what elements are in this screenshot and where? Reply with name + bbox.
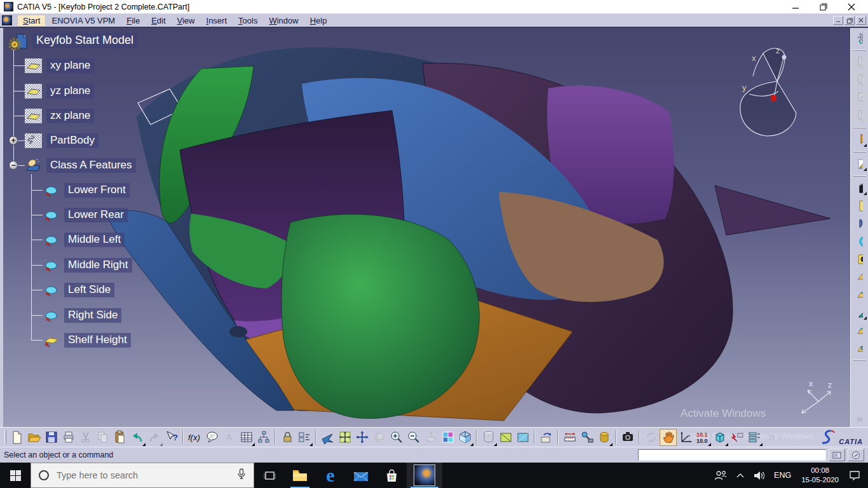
file-explorer-button[interactable] bbox=[285, 463, 315, 488]
close-button[interactable] bbox=[837, 1, 865, 13]
restore-button[interactable] bbox=[810, 1, 837, 13]
taskbar-search[interactable] bbox=[31, 463, 254, 488]
fly-mode-button[interactable] bbox=[319, 429, 336, 446]
tree-item-label[interactable]: xy plane bbox=[46, 58, 94, 73]
split-halves-icon[interactable] bbox=[852, 216, 867, 231]
axis-system-button[interactable] bbox=[677, 429, 694, 446]
tree-item-label[interactable]: Middle Right bbox=[64, 258, 132, 273]
sweep-surface-icon[interactable] bbox=[852, 323, 867, 338]
toolbar-grip[interactable] bbox=[853, 175, 866, 177]
fill-triangle-icon[interactable] bbox=[852, 305, 867, 320]
tree-item-label[interactable]: PartBody bbox=[46, 133, 98, 148]
toolbar-grip[interactable] bbox=[853, 127, 866, 128]
blend-surface-icon[interactable] bbox=[852, 341, 867, 356]
collapse-minus-icon[interactable]: − bbox=[9, 161, 18, 170]
tree-item-label[interactable]: Shelf Height bbox=[64, 333, 131, 348]
start-button[interactable] bbox=[0, 463, 31, 488]
product-structure-button[interactable] bbox=[255, 429, 272, 446]
tree-item-middle-right[interactable]: Middle Right bbox=[43, 255, 132, 274]
pan-button[interactable] bbox=[353, 429, 370, 446]
tree-item-xy-plane[interactable]: xy plane bbox=[25, 56, 94, 75]
print-button[interactable] bbox=[60, 429, 77, 446]
toolbar-grip[interactable] bbox=[853, 151, 866, 152]
pad-icon[interactable] bbox=[852, 180, 867, 196]
comment-button[interactable] bbox=[203, 429, 220, 446]
display-list-button[interactable] bbox=[745, 429, 763, 446]
yellow-sheet-icon[interactable] bbox=[852, 198, 867, 214]
design-table-button[interactable] bbox=[238, 429, 255, 446]
toolbar-grip[interactable] bbox=[853, 50, 866, 51]
measure-item-button[interactable] bbox=[578, 429, 595, 446]
keyfob-model[interactable] bbox=[106, 47, 831, 421]
menu-tools[interactable]: Tools bbox=[233, 15, 263, 27]
tree-item-label[interactable]: Lower Rear bbox=[64, 208, 128, 222]
tree-item-label[interactable]: Keyfob Start Model bbox=[32, 33, 137, 48]
toolbar-scroll-more-icon[interactable] bbox=[857, 413, 863, 424]
open-button[interactable] bbox=[25, 429, 43, 446]
enovia-doc-icon-1[interactable] bbox=[852, 55, 867, 70]
menu-edit[interactable]: Edit bbox=[146, 15, 171, 27]
workbench-gear-icon[interactable] bbox=[852, 30, 867, 46]
tree-item-label[interactable]: yz plane bbox=[46, 84, 94, 98]
surface-icon-1[interactable] bbox=[852, 269, 867, 285]
select-arrow-icon[interactable] bbox=[852, 132, 867, 147]
chevron-up-icon[interactable] bbox=[731, 463, 749, 488]
shading-material-button[interactable] bbox=[514, 429, 531, 446]
expand-plus-icon[interactable]: + bbox=[9, 136, 18, 145]
doc-restore-button[interactable] bbox=[844, 16, 855, 25]
render-style-button[interactable] bbox=[480, 429, 497, 446]
tree-item-partbody[interactable]: + PartBody bbox=[25, 131, 98, 150]
sketcher-icon[interactable] bbox=[852, 156, 867, 172]
task-view-button[interactable] bbox=[254, 463, 285, 488]
tree-item-zx-plane[interactable]: zx plane bbox=[25, 106, 94, 125]
context-help-button[interactable]: ? bbox=[163, 429, 180, 446]
tree-item-shelf-height[interactable]: Shelf Height bbox=[43, 330, 131, 349]
menu-enovia[interactable]: ENOVIA V5 VPM bbox=[46, 15, 121, 27]
paste-button[interactable] bbox=[111, 429, 128, 446]
tree-item-right-side[interactable]: Right Side bbox=[43, 306, 121, 325]
catia-taskbar-button[interactable] bbox=[407, 463, 442, 488]
tree-item-root[interactable]: Keyfob Start Model bbox=[9, 31, 137, 50]
knowledge-browser-button[interactable] bbox=[848, 449, 864, 461]
menu-insert[interactable]: Insert bbox=[201, 15, 233, 27]
isometric-view-button[interactable] bbox=[456, 429, 473, 446]
multi-view-button[interactable] bbox=[439, 429, 456, 446]
toolbar-grip[interactable] bbox=[4, 430, 6, 444]
measure-inertia-button[interactable] bbox=[595, 429, 613, 446]
people-icon[interactable] bbox=[710, 463, 731, 488]
surface-green-blob[interactable] bbox=[281, 214, 479, 418]
menu-window[interactable]: Window bbox=[263, 15, 304, 27]
tree-item-left-side[interactable]: Left Side bbox=[43, 280, 114, 299]
interrupt-button[interactable] bbox=[728, 429, 745, 446]
swap-visible-space-button[interactable] bbox=[538, 429, 555, 446]
update-part-button[interactable] bbox=[711, 429, 728, 446]
pan-hand-button[interactable] bbox=[660, 429, 677, 446]
viewport-3d[interactable]: x y z x z Activate Windows bbox=[3, 28, 850, 427]
search-input[interactable] bbox=[55, 470, 237, 481]
measure-between-button[interactable] bbox=[561, 429, 578, 446]
compass[interactable]: x y z bbox=[740, 46, 796, 136]
menu-view[interactable]: View bbox=[172, 15, 201, 27]
capture-button[interactable] bbox=[619, 429, 636, 446]
cut-button[interactable] bbox=[77, 429, 94, 446]
language-indicator[interactable]: ENG bbox=[770, 463, 796, 488]
equivalent-dimensions-button[interactable] bbox=[295, 429, 313, 446]
new-document-button[interactable] bbox=[8, 429, 25, 446]
tree-item-label[interactable]: Right Side bbox=[64, 308, 121, 323]
mail-button[interactable] bbox=[346, 463, 376, 488]
normal-view-button[interactable] bbox=[422, 429, 439, 446]
enovia-doc-icon-3[interactable] bbox=[852, 90, 867, 105]
menu-help[interactable]: Help bbox=[304, 15, 333, 27]
refresh-button[interactable] bbox=[642, 429, 660, 446]
lock-button[interactable] bbox=[278, 429, 295, 446]
rotate-button[interactable] bbox=[370, 429, 388, 446]
notifications-icon[interactable] bbox=[844, 463, 868, 488]
magnet-icon[interactable] bbox=[852, 234, 867, 249]
copy-button[interactable] bbox=[94, 429, 111, 446]
save-button[interactable] bbox=[43, 429, 60, 446]
zoom-in-button[interactable] bbox=[388, 429, 405, 446]
dialog-toggle-button[interactable] bbox=[829, 449, 845, 461]
toolbar-overflow-icon[interactable] bbox=[768, 431, 775, 443]
tree-item-label[interactable]: Left Side bbox=[64, 283, 114, 297]
menu-start[interactable]: Start bbox=[17, 15, 46, 27]
